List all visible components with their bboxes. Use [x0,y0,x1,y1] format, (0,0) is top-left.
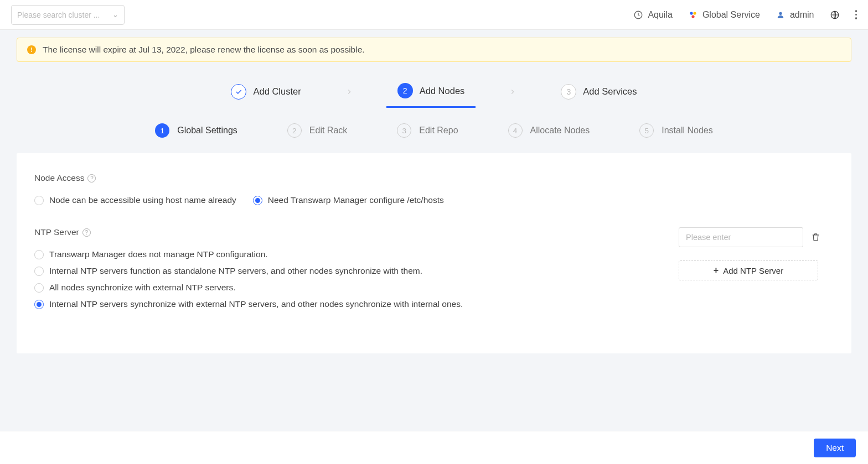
chevron-down-icon: ⌄ [112,11,118,19]
ntp-server-title: NTP Server ? [34,227,640,237]
substep-circle: 5 [639,123,654,138]
step-label: Add Nodes [420,86,465,96]
svg-point-3 [691,15,694,18]
search-placeholder: Please search cluster ... [17,11,100,19]
substep-global-settings[interactable]: 1 Global Settings [155,123,237,138]
node-access-title: Node Access ? [34,173,834,183]
radio-hostname-accessible[interactable]: Node can be accessible using host name a… [34,195,236,205]
radio-indicator [34,283,44,293]
radio-configure-hosts[interactable]: Need Transwarp Manager configure /etc/ho… [253,195,444,205]
step-circle-pending: 3 [561,84,576,100]
radio-indicator [34,300,44,309]
substep-label: Global Settings [177,126,237,135]
help-icon[interactable]: ? [82,228,91,237]
substep-label: Allocate Nodes [530,126,590,135]
global-service-label: Global Service [702,10,760,20]
delete-icon[interactable] [811,232,821,242]
aquila-label: Aquila [648,10,672,20]
substep-circle: 4 [508,123,523,138]
ntp-options: Transwarp Manager does not manage NTP co… [34,249,640,309]
more-menu[interactable] [855,10,857,19]
substep-circle: 1 [155,123,169,138]
substep-circle: 2 [287,123,302,138]
radio-indicator [253,196,262,205]
warning-icon: ! [27,45,36,54]
step-circle-current: 2 [397,83,413,98]
radio-ntp-external[interactable]: All nodes synchronize with external NTP … [34,283,640,293]
global-service-icon [688,10,698,20]
sub-wizard-steps: 1 Global Settings 2 Edit Rack 3 Edit Rep… [17,108,851,153]
substep-install-nodes[interactable]: 5 Install Nodes [639,123,713,138]
substep-edit-rack[interactable]: 2 Edit Rack [287,123,347,138]
substep-label: Edit Rack [309,126,347,135]
main-wizard-steps: Add Cluster 2 Add Nodes 3 Add Services [17,73,851,108]
globe-icon [830,10,840,20]
radio-indicator [34,196,44,205]
svg-point-4 [779,12,782,14]
radio-indicator [34,250,44,259]
substep-label: Edit Repo [419,126,458,135]
settings-card: Node Access ? Node can be accessible usi… [17,153,851,353]
svg-point-2 [693,12,696,14]
radio-label: Internal NTP servers synchronize with ex… [49,299,463,309]
section-title-text: Node Access [34,173,84,183]
substep-allocate-nodes[interactable]: 4 Allocate Nodes [508,123,590,138]
substep-circle: 3 [397,123,411,138]
aquila-icon [633,10,643,20]
chevron-right-icon [312,88,386,98]
warning-text: The license will expire at Jul 13, 2022,… [43,45,365,55]
header-right: Aquila Global Service admin [633,10,857,20]
step-label: Add Cluster [253,86,301,97]
section-title-text: NTP Server [34,227,79,237]
step-add-nodes[interactable]: 2 Add Nodes [386,77,476,108]
radio-label: Transwarp Manager does not manage NTP co… [49,249,268,259]
radio-indicator [34,267,44,276]
radio-label: Need Transwarp Manager configure /etc/ho… [268,195,444,205]
license-warning: ! The license will expire at Jul 13, 202… [17,38,851,62]
radio-ntp-internal-standalone[interactable]: Internal NTP servers function as standal… [34,266,640,276]
radio-label: All nodes synchronize with external NTP … [49,283,236,293]
node-access-options: Node can be accessible using host name a… [34,195,834,205]
substep-label: Install Nodes [662,126,713,135]
global-service-link[interactable]: Global Service [688,10,760,20]
step-add-cluster[interactable]: Add Cluster [220,79,312,107]
user-menu[interactable]: admin [776,10,814,20]
ntp-section: NTP Server ? Transwarp Manager does not … [34,227,834,309]
chevron-right-icon [476,88,550,98]
step-label: Add Services [583,86,637,97]
step-circle-done [231,84,246,100]
globe-button[interactable] [830,10,840,20]
add-ntp-label: Add NTP Server [723,266,783,275]
plus-icon: + [714,265,719,275]
user-icon [776,10,786,20]
radio-ntp-hybrid[interactable]: Internal NTP servers synchronize with ex… [34,299,640,309]
ntp-server-input[interactable] [679,227,803,247]
help-icon[interactable]: ? [87,174,96,183]
cluster-search-dropdown[interactable]: Please search cluster ... ⌄ [11,5,125,25]
substep-edit-repo[interactable]: 3 Edit Repo [397,123,458,138]
step-add-services[interactable]: 3 Add Services [550,79,648,107]
svg-point-1 [690,12,693,14]
aquila-link[interactable]: Aquila [633,10,672,20]
ntp-server-input-row [679,227,834,247]
add-ntp-server-button[interactable]: + Add NTP Server [679,260,818,280]
header-bar: Please search cluster ... ⌄ Aquila Globa… [0,0,868,30]
radio-label: Node can be accessible using host name a… [49,195,236,205]
radio-ntp-unmanaged[interactable]: Transwarp Manager does not manage NTP co… [34,249,640,259]
user-label: admin [790,10,814,20]
page-body: ! The license will expire at Jul 13, 202… [0,30,868,431]
radio-label: Internal NTP servers function as standal… [49,266,422,276]
